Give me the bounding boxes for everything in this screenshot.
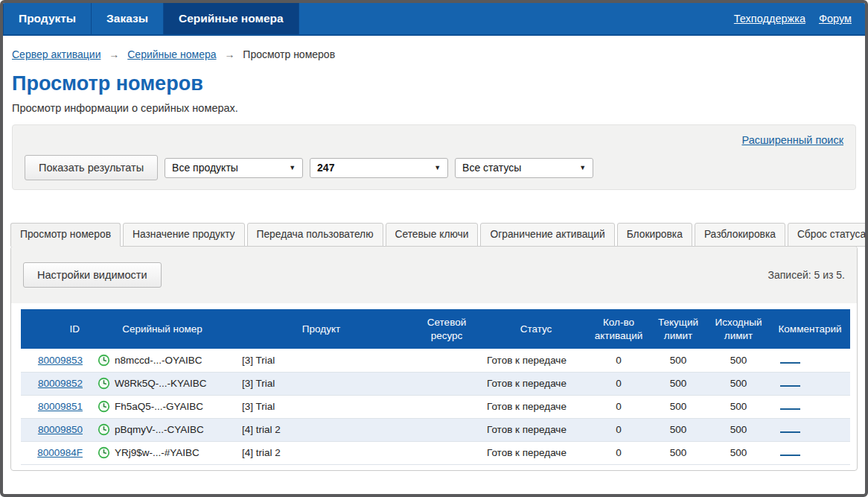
cell-serial: Fh5aQ5-...-GYAIBC [92,395,233,418]
column-header-comment: Комментарий [770,309,850,349]
clock-icon [98,377,110,390]
nav-spacer [299,3,734,34]
order-filter-select[interactable]: 247 ▼ [310,158,448,178]
serial-id-link[interactable]: 80009852 [38,378,83,389]
cell-comment [770,441,850,464]
serial-id-link[interactable]: 80009853 [38,355,83,366]
serial-id-link[interactable]: 80009850 [38,424,83,435]
cell-current-limit: 500 [649,349,707,372]
cell-current-limit: 500 [649,372,707,395]
breadcrumb-current: Просмотр номеров [243,48,335,60]
breadcrumb-separator: → [224,48,234,60]
table-row: 8000984F YRj9$w-...-#YAIBC [4] trial 2 Г… [21,441,850,464]
column-header-activations: Кол-во активаций [588,309,649,349]
table-header-row: ID Серийный номер Продукт Сетевой ресурс… [21,309,850,349]
clock-icon [98,423,110,436]
clock-icon [98,446,110,459]
panel-toolbar: Настройки видимости Записей: 5 из 5. [11,247,857,303]
serial-number-text: W8Rk5Q-...-KYAIBC [115,378,207,389]
column-header-network: Сетевой ресурс [409,309,484,349]
comment-edit-link[interactable] [780,454,800,456]
cell-product: [4] trial 2 [233,441,409,464]
serial-number-text: YRj9$w-...-#YAIBC [115,447,200,458]
serial-number-text: pBqmyV-...-CYAIBC [115,424,204,435]
serial-number-text: Fh5aQ5-...-GYAIBC [115,401,203,412]
cell-comment [770,418,850,441]
serial-id-link[interactable]: 80009851 [38,401,83,412]
cell-activations: 0 [588,395,649,418]
comment-edit-link[interactable] [780,431,800,433]
page-subtitle: Просмотр информации о серийных номерах. [12,102,856,114]
cell-activations: 0 [588,372,649,395]
nav-item-serial-numbers[interactable]: Серийные номера [164,3,299,34]
cell-product: [3] Trial [233,372,409,395]
cell-original-limit: 500 [707,372,770,395]
column-header-status: Статус [484,309,588,349]
cell-serial: YRj9$w-...-#YAIBC [92,441,233,464]
tab-unblock[interactable]: Разблокировка [695,223,785,247]
cell-comment [770,395,850,418]
nav-item-orders[interactable]: Заказы [92,3,164,34]
product-filter-select[interactable]: Все продукты ▼ [165,158,303,178]
breadcrumb-activation-server[interactable]: Сервер активации [12,48,100,60]
cell-product: [4] trial 2 [233,418,409,441]
cell-id: 80009850 [21,418,92,441]
serial-id-link[interactable]: 8000984F [37,447,83,458]
cell-activations: 0 [588,418,649,441]
serial-number-text: n8mccd-...-OYAIBC [115,355,202,366]
tab-block[interactable]: Блокировка [617,223,692,247]
chevron-down-icon: ▼ [289,164,296,171]
cell-current-limit: 500 [649,395,707,418]
cell-status: Готов к передаче [484,372,588,395]
breadcrumb: Сервер активации → Серийные номера → Про… [3,36,865,60]
cell-network-resource [409,441,484,464]
tab-transfer-to-user[interactable]: Передача пользователю [247,223,383,247]
visibility-settings-button[interactable]: Настройки видимости [23,262,162,288]
tab-activation-limit[interactable]: Ограничение активаций [480,223,614,247]
search-panel: Расширенный поиск Показать результаты Вс… [12,124,856,190]
cell-current-limit: 500 [649,418,707,441]
cell-activations: 0 [588,441,649,464]
top-navigation: Продукты Заказы Серийные номера Техподде… [3,3,865,36]
action-tabs: Просмотр номеров Назначение продукту Пер… [10,223,858,246]
table-row: 80009852 W8Rk5Q-...-KYAIBC [3] Trial Гот… [21,372,850,395]
column-header-id: ID [21,309,92,349]
comment-edit-link[interactable] [780,361,800,364]
cell-comment [770,372,850,395]
cell-status: Готов к передаче [484,349,588,372]
tab-assign-product[interactable]: Назначение продукту [123,223,245,247]
cell-serial: n8mccd-...-OYAIBC [92,349,233,372]
show-results-button[interactable]: Показать результаты [25,155,158,180]
cell-id: 8000984F [21,441,92,464]
status-filter-value: Все статусы [462,162,521,174]
app-window: Продукты Заказы Серийные номера Техподде… [0,0,868,497]
cell-network-resource [409,395,484,418]
cell-current-limit: 500 [649,441,707,464]
comment-edit-link[interactable] [780,408,800,410]
cell-network-resource [409,349,484,372]
records-count: Записей: 5 из 5. [768,269,845,281]
cell-original-limit: 500 [707,441,770,464]
tab-reset-status[interactable]: Сброс статуса [788,223,868,247]
advanced-search-link[interactable]: Расширенный поиск [741,134,843,146]
tab-network-keys[interactable]: Сетевые ключи [386,223,479,247]
cell-original-limit: 500 [707,395,770,418]
breadcrumb-serial-numbers[interactable]: Серийные номера [127,48,216,60]
support-link[interactable]: Техподдержка [734,3,805,34]
forum-link[interactable]: Форум [819,3,852,34]
cell-activations: 0 [588,349,649,372]
comment-edit-link[interactable] [780,384,800,387]
cell-product: [3] Trial [233,349,409,372]
column-header-serial: Серийный номер [92,309,233,349]
tab-view-numbers[interactable]: Просмотр номеров [10,223,121,247]
order-filter-value: 247 [317,162,334,174]
column-header-product: Продукт [233,309,409,349]
cell-id: 80009852 [21,372,92,395]
cell-status: Готов к передаче [484,441,588,464]
cell-id: 80009853 [21,349,92,372]
breadcrumb-separator: → [109,48,119,60]
nav-item-products[interactable]: Продукты [3,3,92,34]
results-panel: Настройки видимости Записей: 5 из 5. ID … [10,246,858,471]
search-controls: Показать результаты Все продукты ▼ 247 ▼… [25,155,843,180]
status-filter-select[interactable]: Все статусы ▼ [455,158,593,178]
